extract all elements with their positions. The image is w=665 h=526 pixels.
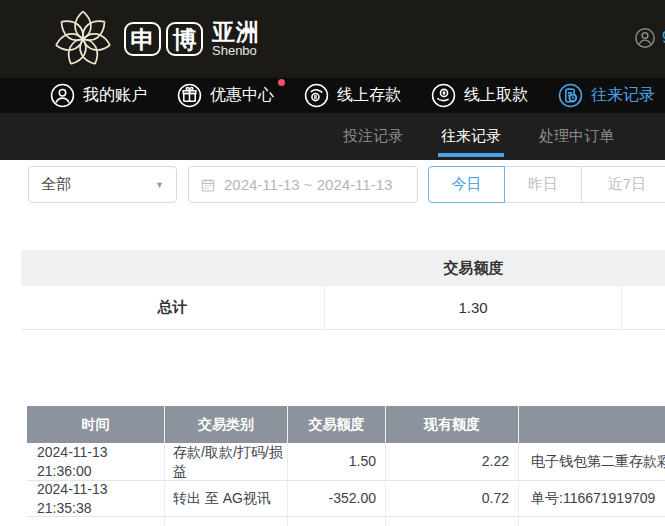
summary-header-empty2 xyxy=(622,250,665,286)
summary-header-amount: 交易额度 xyxy=(325,250,622,286)
cell-amount: -352.00 xyxy=(288,481,386,516)
type-select-value: 全部 xyxy=(41,175,71,194)
col-header-type: 交易类别 xyxy=(165,406,288,443)
nav-label: 往来记录 xyxy=(591,85,655,106)
nav-item-deposit[interactable]: 线上存款 xyxy=(304,83,401,108)
cell-memo: 电子钱包第二重存款彩金 xyxy=(519,443,665,480)
table-header-row: 时间 交易类别 交易额度 现有额度 xyxy=(27,406,665,443)
cell-type: 存款/取款/打码/损益 xyxy=(165,443,288,480)
col-header-time: 时间 xyxy=(27,406,165,443)
col-header-balance: 现有额度 xyxy=(386,406,519,443)
avatar-icon xyxy=(634,27,656,49)
brand-subtitle: Shenbo xyxy=(212,44,260,58)
brand-region: 亚洲 xyxy=(212,20,260,44)
today-button[interactable]: 今日 xyxy=(428,166,505,203)
withdraw-icon xyxy=(431,83,456,108)
nav-item-withdraw[interactable]: 线上取款 xyxy=(431,83,528,108)
table-row: 2024-11-13 21:36:00 存款/取款/打码/损益 1.50 2.2… xyxy=(27,443,665,481)
tab-betting-records[interactable]: 投注记录 xyxy=(343,113,403,160)
flower-logo-icon xyxy=(50,6,116,72)
record-tab-bar: 投注记录 往来记录 处理中订单 xyxy=(0,113,665,160)
main-nav: 我的账户 优惠中心 线上存款 xyxy=(0,78,665,113)
top-header: 申 博 亚洲 Shenbo 9 xyxy=(0,0,665,78)
user-icon xyxy=(50,83,75,108)
filter-row: 全部 ▼ 2024-11-13 ~ 2024-11-13 今日 昨日 近7日 xyxy=(0,166,665,203)
records-icon xyxy=(558,83,583,108)
page: 申 博 亚洲 Shenbo 9 我的账户 xyxy=(0,0,665,526)
nav-item-my-account[interactable]: 我的账户 xyxy=(50,83,147,108)
type-select[interactable]: 全部 ▼ xyxy=(28,166,177,203)
chevron-down-icon: ▼ xyxy=(155,180,164,190)
logo-char-shen: 申 xyxy=(124,22,161,56)
deposit-icon xyxy=(304,83,329,108)
transactions-table: 时间 交易类别 交易额度 现有额度 2024-11-13 21:36:00 存款… xyxy=(27,406,665,526)
brand-logo: 申 博 亚洲 Shenbo xyxy=(50,0,260,78)
tab-transaction-records[interactable]: 往来记录 xyxy=(441,113,501,160)
tab-label: 往来记录 xyxy=(441,127,501,146)
summary-header-empty xyxy=(21,250,325,286)
nav-label: 优惠中心 xyxy=(210,85,274,106)
nav-label: 我的账户 xyxy=(83,85,147,106)
nav-label: 线上取款 xyxy=(464,85,528,106)
tab-processing-orders[interactable]: 处理中订单 xyxy=(539,113,614,160)
brand-text: 亚洲 Shenbo xyxy=(212,20,260,58)
cell-balance: 2.22 xyxy=(386,443,519,480)
date-range-value: 2024-11-13 ~ 2024-11-13 xyxy=(224,176,392,193)
quick-date-buttons: 今日 昨日 近7日 xyxy=(428,166,665,203)
col-header-amount: 交易额度 xyxy=(288,406,386,443)
col-header-memo xyxy=(519,406,665,443)
tab-label: 处理中订单 xyxy=(539,127,614,146)
nav-label: 线上存款 xyxy=(337,85,401,106)
summary-total-value: 1.30 xyxy=(325,286,622,329)
yesterday-button[interactable]: 昨日 xyxy=(504,166,582,203)
cell-type: 转出 至 AG视讯 xyxy=(165,481,288,516)
summary-header-row: 交易额度 xyxy=(21,250,665,286)
cell-amount: 1.50 xyxy=(288,443,386,480)
cell-balance: 0.72 xyxy=(386,481,519,516)
notification-dot xyxy=(278,79,285,86)
summary-total-label: 总计 xyxy=(21,286,325,329)
summary-total-empty xyxy=(622,286,665,329)
table-row: 2024-11-13 21:35:38 转出 至 AG视讯 -352.00 0.… xyxy=(27,481,665,517)
nav-item-promotions[interactable]: 优惠中心 xyxy=(177,83,274,108)
gift-icon xyxy=(177,83,202,108)
calendar-icon xyxy=(200,177,216,193)
date-range-input[interactable]: 2024-11-13 ~ 2024-11-13 xyxy=(188,166,418,203)
table-row-clipped xyxy=(27,517,665,526)
last7days-button[interactable]: 近7日 xyxy=(581,166,665,203)
content-area: 全部 ▼ 2024-11-13 ~ 2024-11-13 今日 昨日 近7日 交… xyxy=(0,160,665,526)
summary-total-row: 总计 1.30 xyxy=(21,286,665,330)
cell-time: 2024-11-13 21:36:00 xyxy=(27,443,165,480)
cell-memo: 单号:116671919709 xyxy=(519,481,665,516)
nav-item-records[interactable]: 往来记录 xyxy=(558,83,655,108)
summary-table: 交易额度 总计 1.30 xyxy=(21,250,665,330)
user-account-area[interactable]: 9 xyxy=(634,27,665,49)
cell-time: 2024-11-13 21:35:38 xyxy=(27,481,165,516)
logo-char-bo: 博 xyxy=(166,22,203,56)
tab-label: 投注记录 xyxy=(343,127,403,146)
